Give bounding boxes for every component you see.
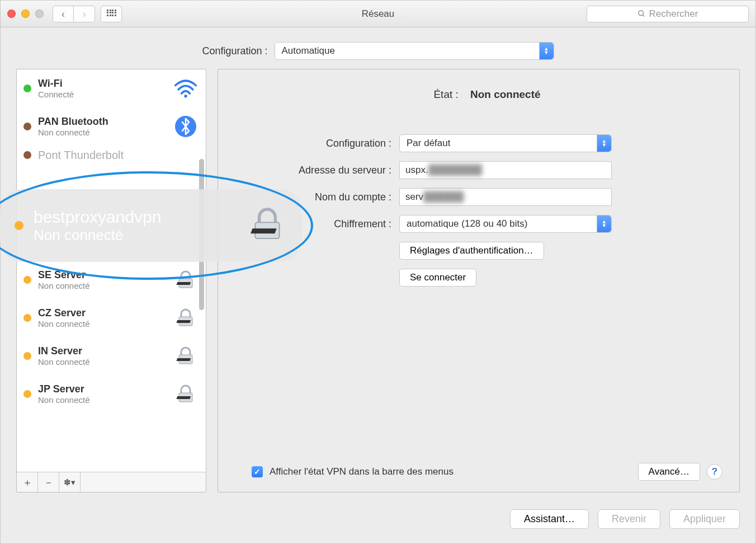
select-stepper-icon: ▲▼	[597, 215, 611, 232]
chevron-right-icon: ›	[83, 9, 86, 19]
remove-service-button[interactable]: －	[38, 472, 59, 492]
service-status: Connecté	[38, 90, 167, 99]
sidebar-item-bluetooth[interactable]: PAN Bluetooth Non connecté	[17, 107, 206, 146]
account-name-input[interactable]: serv██████	[399, 188, 612, 206]
state-label: État :	[433, 88, 458, 100]
assistant-button[interactable]: Assistant…	[510, 509, 589, 529]
add-service-button[interactable]: ＋	[17, 472, 38, 492]
vpn-config-label: Configuration :	[252, 138, 391, 149]
svg-point-0	[638, 11, 643, 16]
select-stepper-icon: ▲▼	[539, 43, 554, 59]
status-dot-icon	[23, 314, 31, 322]
sidebar-item-cz-server[interactable]: CZ Server Non connecté	[17, 299, 206, 337]
location-row: Configuration : Automatique ▲▼	[1, 27, 755, 69]
service-name: Pont Thunderbolt	[38, 149, 198, 162]
service-detail-panel: État : Non connecté Configuration : Par …	[218, 69, 740, 493]
titlebar: ‹ › Réseau Rechercher	[1, 1, 755, 27]
service-name: CZ Server	[38, 307, 167, 319]
status-dot-icon	[23, 390, 31, 398]
lock-icon	[173, 382, 198, 406]
sidebar-item-partial[interactable]: Pont Thunderbolt	[17, 146, 206, 165]
location-value: Automatique	[282, 45, 335, 57]
service-name: IN Server	[38, 345, 167, 357]
services-list: Wi-Fi Connecté PAN Bluetooth Non connect…	[17, 69, 206, 472]
status-dot-icon	[23, 352, 31, 360]
encryption-value: automatique (128 ou 40 bits)	[407, 218, 527, 229]
svg-rect-7	[176, 320, 191, 323]
service-status: Non connecté	[38, 281, 167, 290]
status-dot-icon	[23, 276, 31, 284]
server-address-input[interactable]: uspx.████████	[399, 161, 612, 179]
service-name: JP Server	[38, 383, 167, 395]
lock-icon	[173, 306, 198, 330]
svg-rect-9	[176, 358, 191, 361]
show-all-button[interactable]	[101, 6, 122, 22]
lock-icon	[173, 344, 198, 368]
show-vpn-label: Afficher l'état VPN dans la barre des me…	[270, 466, 631, 477]
bluetooth-icon	[173, 114, 198, 139]
lock-icon	[173, 268, 198, 292]
svg-point-2	[184, 95, 187, 98]
main-area: Wi-Fi Connecté PAN Bluetooth Non connect…	[1, 69, 755, 500]
close-window-button[interactable]	[7, 10, 16, 18]
svg-rect-13	[251, 228, 276, 233]
service-status: Non connecté	[38, 128, 167, 137]
sidebar-item-selected[interactable]: bestproxyandvpn Non connecté	[0, 189, 302, 262]
services-sidebar: Wi-Fi Connecté PAN Bluetooth Non connect…	[16, 69, 206, 493]
vpn-config-select[interactable]: Par défaut ▲▼	[399, 134, 612, 152]
detail-bottom-row: ✓ Afficher l'état VPN dans la barre des …	[252, 463, 722, 481]
search-input[interactable]: Rechercher	[587, 6, 749, 22]
vpn-form: Configuration : Par défaut ▲▼ Adresse du…	[252, 134, 722, 287]
svg-line-1	[642, 15, 644, 16]
footer-buttons: Assistant… Revenir Appliquer	[1, 500, 755, 543]
nav-buttons: ‹ ›	[53, 6, 95, 22]
select-stepper-icon: ▲▼	[597, 135, 611, 152]
sidebar-item-wifi[interactable]: Wi-Fi Connecté	[17, 69, 206, 107]
search-placeholder: Rechercher	[649, 8, 698, 20]
vpn-config-value: Par défaut	[407, 138, 450, 149]
status-dot-icon	[23, 123, 31, 130]
service-status: Non connecté	[38, 357, 167, 367]
apply-button[interactable]: Appliquer	[669, 509, 740, 529]
minimize-window-button[interactable]	[21, 10, 30, 18]
service-status: Non connecté	[38, 395, 167, 405]
encryption-select[interactable]: automatique (128 ou 40 bits) ▲▼	[399, 215, 612, 233]
network-preferences-window: ‹ › Réseau Rechercher Configuration : Au…	[0, 0, 756, 544]
sidebar-item-in-server[interactable]: IN Server Non connecté	[17, 337, 206, 375]
svg-rect-5	[176, 282, 191, 285]
auth-settings-button[interactable]: Réglages d'authentification…	[399, 242, 544, 260]
sidebar-item-se-server[interactable]: SE Server Non connecté	[17, 261, 206, 299]
sidebar-item-jp-server[interactable]: JP Server Non connecté	[17, 375, 206, 413]
state-value: Non connecté	[470, 88, 541, 100]
window-controls	[7, 10, 44, 18]
service-name: Wi-Fi	[38, 78, 167, 90]
service-actions-button[interactable]: ✽▾	[59, 472, 81, 492]
zoom-window-button[interactable]	[35, 10, 44, 18]
server-address-label: Adresse du serveur :	[252, 165, 391, 176]
connect-button[interactable]: Se connecter	[399, 269, 476, 287]
sidebar-toolbar: ＋ － ✽▾	[17, 472, 206, 492]
back-button[interactable]: ‹	[53, 6, 74, 22]
grid-icon	[107, 10, 116, 18]
revert-button[interactable]: Revenir	[598, 509, 660, 529]
service-name: SE Server	[38, 269, 167, 281]
service-name: PAN Bluetooth	[38, 116, 167, 128]
advanced-button[interactable]: Avancé…	[638, 463, 700, 481]
forward-button[interactable]: ›	[74, 6, 95, 22]
help-button[interactable]: ?	[707, 464, 722, 480]
svg-rect-11	[176, 396, 191, 399]
wifi-icon	[173, 76, 198, 101]
location-select[interactable]: Automatique ▲▼	[275, 42, 554, 60]
search-icon	[637, 10, 646, 18]
connection-state-row: État : Non connecté	[252, 88, 722, 101]
status-dot-icon	[15, 221, 23, 230]
service-status: Non connecté	[34, 227, 237, 244]
chevron-left-icon: ‹	[62, 9, 65, 19]
service-status: Non connecté	[38, 319, 167, 329]
lock-icon	[247, 204, 287, 247]
status-dot-icon	[23, 85, 31, 92]
location-label: Configuration :	[202, 45, 267, 57]
show-vpn-checkbox[interactable]: ✓	[252, 466, 263, 477]
service-name: bestproxyandvpn	[34, 208, 237, 227]
status-dot-icon	[23, 151, 31, 159]
